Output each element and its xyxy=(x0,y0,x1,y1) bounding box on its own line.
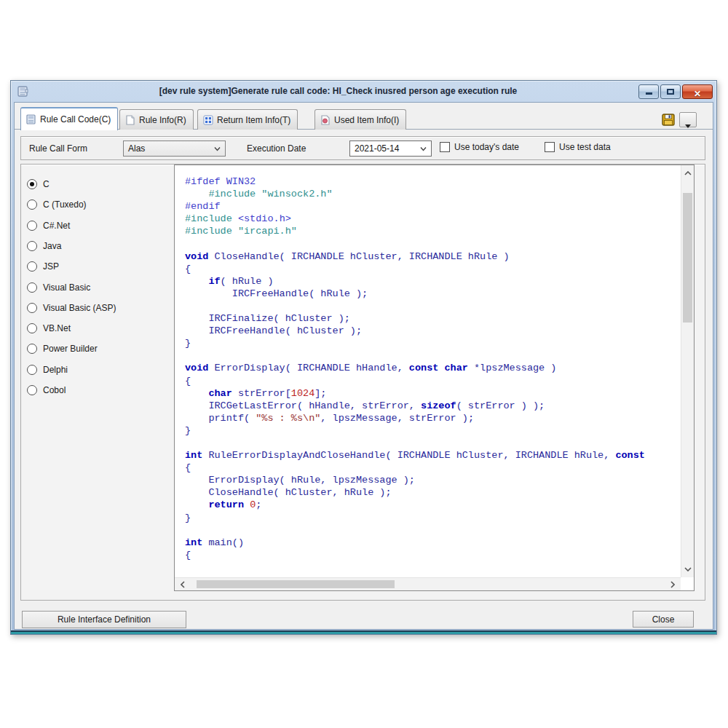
use-todays-date-label: Use today's date xyxy=(454,142,519,152)
horizontal-scrollbar[interactable] xyxy=(175,577,681,590)
tab-rule-info[interactable]: Rule Info(R) xyxy=(119,109,194,130)
use-test-data-checkbox[interactable]: Use test data xyxy=(545,142,611,152)
radio-icon[interactable] xyxy=(27,221,37,231)
code-line: if( hRule ) xyxy=(185,275,681,288)
language-radio-visual-basic-asp-[interactable]: Visual Basic (ASP) xyxy=(27,300,116,316)
code-line: IRCGetLastError( hHandle, strError, size… xyxy=(185,400,681,412)
language-radio-delphi[interactable]: Delphi xyxy=(27,362,68,378)
code-content[interactable]: #ifdef WIN32 #include "winsock2.h"#endif… xyxy=(175,165,681,577)
language-radio-jsp[interactable]: JSP xyxy=(27,258,59,274)
vertical-scrollbar[interactable] xyxy=(681,165,694,577)
radio-icon[interactable] xyxy=(27,199,37,210)
radio-icon[interactable] xyxy=(27,385,37,395)
code-line xyxy=(185,437,681,449)
code-line: { xyxy=(185,462,681,474)
radio-label: C xyxy=(43,179,50,189)
code-line: #ifdef WIN32 xyxy=(185,175,681,188)
radio-label: Visual Basic (ASP) xyxy=(43,303,116,313)
down-triangle-icon xyxy=(685,124,691,128)
radio-label: Power Builder xyxy=(43,344,98,354)
radio-icon[interactable] xyxy=(27,261,37,272)
code-area[interactable]: #ifdef WIN32 #include "winsock2.h"#endif… xyxy=(174,165,695,591)
code-doc-icon xyxy=(26,114,36,124)
scroll-left-icon[interactable] xyxy=(176,578,189,591)
code-line xyxy=(185,349,681,362)
radio-icon[interactable] xyxy=(27,365,37,375)
code-line: { xyxy=(185,375,681,387)
radio-label: JSP xyxy=(43,261,59,272)
page-icon xyxy=(125,115,135,125)
code-line: ErrorDisplay( hRule, lpszMessage ); xyxy=(185,474,681,486)
radio-label: Visual Basic xyxy=(43,282,90,293)
code-line xyxy=(185,524,681,537)
titlebar[interactable]: [dev rule system]Generate rule call code… xyxy=(11,81,716,102)
language-radio-visual-basic[interactable]: Visual Basic xyxy=(27,280,90,296)
code-line: int main() xyxy=(185,537,681,549)
scroll-right-icon[interactable] xyxy=(666,578,679,591)
horizontal-scroll-thumb[interactable] xyxy=(197,580,395,588)
language-radio-c-tuxedo-[interactable]: C (Tuxedo) xyxy=(27,197,87,213)
window-body: Rule Call Code(C) Rule Info(R) Return It… xyxy=(14,102,713,630)
execution-date-label: Execution Date xyxy=(247,143,306,154)
close-footer-button[interactable]: Close xyxy=(633,611,694,628)
rule-interface-definition-button[interactable]: Rule Interface Definition xyxy=(22,611,186,628)
minimize-button[interactable] xyxy=(638,84,659,99)
checkbox-icon[interactable] xyxy=(440,142,450,152)
language-radio-power-builder[interactable]: Power Builder xyxy=(27,341,98,357)
chevron-down-icon xyxy=(420,146,427,151)
checkbox-icon[interactable] xyxy=(545,142,555,152)
minimize-icon xyxy=(646,92,652,95)
save-dropdown-button[interactable] xyxy=(679,112,697,127)
execution-date-value: 2021-05-14 xyxy=(355,143,399,154)
radio-icon[interactable] xyxy=(27,344,37,354)
language-radio-cobol[interactable]: Cobol xyxy=(27,382,66,398)
tab-label: Return Item Info(T) xyxy=(217,115,290,125)
scroll-down-icon[interactable] xyxy=(681,563,695,576)
page-red-dot-icon xyxy=(320,115,331,125)
use-todays-date-checkbox[interactable]: Use today's date xyxy=(440,142,519,152)
code-line: void CloseHandle( IRCHANDLE hCluster, IR… xyxy=(185,250,681,263)
code-line: IRCFinalize( hCluster ); xyxy=(185,312,681,325)
code-line: } xyxy=(185,512,681,524)
app-icon xyxy=(17,85,29,98)
execution-date-select[interactable]: 2021-05-14 xyxy=(349,141,432,157)
code-line: } xyxy=(185,337,681,349)
radio-icon[interactable] xyxy=(27,241,37,251)
radio-icon[interactable] xyxy=(27,179,37,189)
rule-call-form-select[interactable]: Alas xyxy=(123,141,226,157)
maximize-button[interactable] xyxy=(660,84,681,99)
vertical-scroll-thumb[interactable] xyxy=(683,193,692,323)
code-line: #include "ircapi.h" xyxy=(185,225,681,237)
radio-icon[interactable] xyxy=(27,323,37,333)
form-bar: Rule Call Form Alas Execution Date 2021-… xyxy=(20,136,705,160)
maximize-icon xyxy=(667,89,674,95)
scroll-up-icon[interactable] xyxy=(681,167,695,180)
tab-rule-call-code[interactable]: Rule Call Code(C) xyxy=(20,107,118,130)
language-radio-vb-net[interactable]: VB.Net xyxy=(27,320,71,336)
save-icon[interactable] xyxy=(662,114,675,126)
tab-used-item-info[interactable]: Used Item Info(I) xyxy=(314,109,406,130)
language-radio-c[interactable]: C xyxy=(27,176,50,192)
tab-label: Rule Call Code(C) xyxy=(40,114,111,124)
language-radio-java[interactable]: Java xyxy=(27,238,61,254)
code-line: IRCFreeHandle( hRule ); xyxy=(185,288,681,300)
tab-label: Used Item Info(I) xyxy=(334,115,399,125)
window-title: [dev rule system]Generate rule call code… xyxy=(55,86,622,96)
radio-icon[interactable] xyxy=(27,303,37,313)
radio-label: C#.Net xyxy=(43,221,70,231)
main-panel: CC (Tuxedo)C#.NetJavaJSPVisual BasicVisu… xyxy=(20,164,705,601)
close-button[interactable]: ✕ xyxy=(682,84,713,99)
radio-label: Java xyxy=(43,241,61,251)
code-line: { xyxy=(185,263,681,275)
radio-icon[interactable] xyxy=(27,282,37,293)
close-footer-label: Close xyxy=(652,614,675,625)
tab-strip: Rule Call Code(C) Rule Info(R) Return It… xyxy=(15,107,713,130)
code-line: IRCFreeHandle( hCluster ); xyxy=(185,325,681,337)
blue-grid-icon xyxy=(203,115,213,125)
code-line: #endif xyxy=(185,200,681,213)
code-line: return 0; xyxy=(185,499,681,511)
language-radio-c-net[interactable]: C#.Net xyxy=(27,218,70,234)
code-line: #include <stdio.h> xyxy=(185,213,681,225)
tab-return-item-info[interactable]: Return Item Info(T) xyxy=(197,109,298,130)
language-list: CC (Tuxedo)C#.NetJavaJSPVisual BasicVisu… xyxy=(21,169,173,600)
